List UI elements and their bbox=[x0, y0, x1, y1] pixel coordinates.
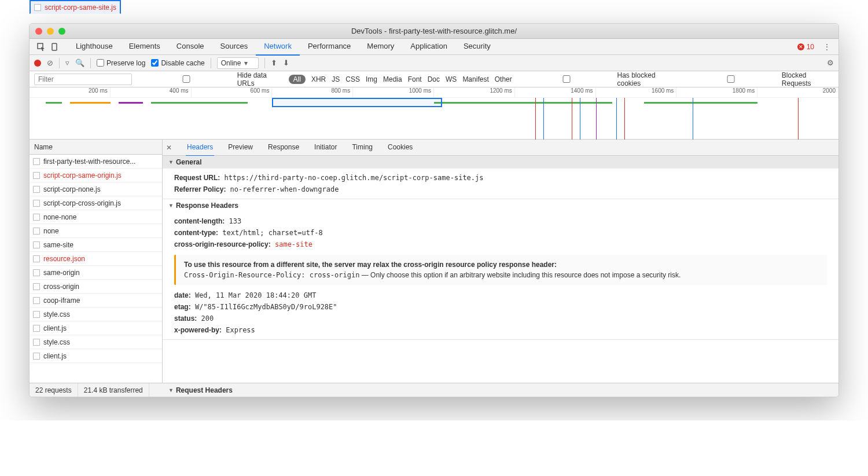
detail-tab-cookies[interactable]: Cookies bbox=[387, 140, 414, 156]
file-icon bbox=[33, 158, 40, 165]
tab-lighthouse[interactable]: Lighthouse bbox=[68, 38, 121, 56]
request-row[interactable]: style.css bbox=[30, 307, 162, 321]
request-name: script-corp-none.js bbox=[43, 185, 101, 193]
file-icon bbox=[33, 325, 40, 332]
request-name: first-party-test-with-resource... bbox=[43, 158, 135, 166]
disable-cache-checkbox[interactable]: Disable cache bbox=[151, 59, 204, 67]
file-icon bbox=[33, 214, 40, 221]
filter-input[interactable] bbox=[34, 74, 132, 85]
ruler-tick: 400 ms bbox=[111, 87, 192, 97]
request-row[interactable]: resource.json bbox=[30, 252, 162, 266]
download-icon[interactable]: ⬇ bbox=[283, 58, 289, 67]
error-icon: ✕ bbox=[797, 43, 804, 50]
filter-pill-doc[interactable]: Doc bbox=[428, 75, 440, 83]
request-row[interactable]: cross-origin bbox=[30, 280, 162, 294]
request-row[interactable]: same-origin bbox=[30, 266, 162, 280]
filter-pill-font[interactable]: Font bbox=[408, 75, 422, 83]
filter-pill-css[interactable]: CSS bbox=[345, 75, 360, 83]
inspect-icon[interactable] bbox=[34, 43, 48, 51]
request-row[interactable]: client.js bbox=[30, 349, 162, 363]
etag-row: etag: W/"85-I1lI6GczMydbABS0yD/9roL928E" bbox=[174, 301, 827, 313]
gear-icon[interactable]: ⚙ bbox=[827, 58, 834, 67]
request-name: script-corp-same-origin.js bbox=[43, 171, 122, 180]
filter-pill-img[interactable]: Img bbox=[366, 75, 377, 83]
main-tabbar: LighthouseElementsConsoleSourcesNetworkP… bbox=[30, 39, 838, 55]
detail-tab-headers[interactable]: Headers bbox=[186, 140, 214, 156]
tab-performance[interactable]: Performance bbox=[300, 38, 359, 56]
general-section-header[interactable]: ▼General bbox=[163, 156, 838, 169]
tab-console[interactable]: Console bbox=[168, 38, 212, 56]
request-row[interactable]: none-none bbox=[30, 210, 162, 224]
request-name: style.css bbox=[43, 310, 70, 318]
file-icon bbox=[33, 228, 40, 235]
detail-tab-preview[interactable]: Preview bbox=[227, 140, 254, 156]
hide-data-urls-checkbox[interactable]: Hide data URLs bbox=[138, 71, 283, 87]
request-row[interactable]: script-corp-none.js bbox=[30, 182, 162, 196]
detail-tab-initiator[interactable]: Initiator bbox=[313, 140, 338, 156]
filter-pill-xhr[interactable]: XHR bbox=[311, 75, 326, 83]
callout-body: Cross-Origin-Resource-Policy: cross-orig… bbox=[184, 271, 819, 279]
request-name: coop-iframe bbox=[43, 296, 80, 305]
request-list: Name first-party-test-with-resource...sc… bbox=[30, 140, 163, 383]
request-name: client.js bbox=[43, 324, 67, 332]
record-button[interactable] bbox=[34, 60, 41, 67]
close-detail-icon[interactable]: ✕ bbox=[166, 144, 175, 152]
request-row[interactable]: client.js bbox=[30, 321, 162, 335]
request-row[interactable]: script-corp-cross-origin.js bbox=[30, 196, 162, 210]
request-name: same-site bbox=[43, 241, 73, 249]
filter-pill-other[interactable]: Other bbox=[495, 75, 512, 83]
timeline-overview[interactable]: 200 ms400 ms600 ms800 ms1000 ms1200 ms14… bbox=[30, 87, 838, 140]
detail-tab-response[interactable]: Response bbox=[267, 140, 300, 156]
response-headers-section-header[interactable]: ▼Response Headers bbox=[163, 199, 838, 212]
content-type-row: content-type: text/html; charset=utf-8 bbox=[174, 227, 827, 239]
request-name: script-corp-cross-origin.js bbox=[43, 199, 121, 207]
file-icon bbox=[33, 311, 40, 318]
throttling-select[interactable]: Online bbox=[217, 57, 259, 69]
transferred-size: 21.4 kB transferred bbox=[78, 383, 149, 397]
file-icon bbox=[33, 172, 40, 179]
request-row[interactable]: coop-iframe bbox=[30, 294, 162, 307]
blocked-requests-checkbox[interactable]: Blocked Requests bbox=[682, 71, 834, 87]
request-name: style.css bbox=[43, 338, 70, 346]
upload-icon[interactable]: ⬆ bbox=[271, 58, 277, 67]
file-icon bbox=[33, 339, 40, 346]
date-row: date: Wed, 11 Mar 2020 18:44:20 GMT bbox=[174, 290, 827, 301]
corp-row: cross-origin-resource-policy: same-site bbox=[174, 239, 827, 250]
filter-pill-js[interactable]: JS bbox=[332, 75, 340, 83]
referrer-policy-row: Referrer Policy: no-referrer-when-downgr… bbox=[174, 184, 827, 195]
filter-pill-media[interactable]: Media bbox=[383, 75, 402, 83]
name-column-header[interactable]: Name bbox=[30, 140, 162, 155]
tab-sources[interactable]: Sources bbox=[212, 38, 256, 56]
tab-elements[interactable]: Elements bbox=[121, 38, 168, 56]
search-icon[interactable]: 🔍 bbox=[75, 58, 84, 67]
preserve-log-checkbox[interactable]: Preserve log bbox=[97, 59, 145, 67]
request-row[interactable]: same-site bbox=[30, 238, 162, 252]
tab-security[interactable]: Security bbox=[455, 38, 499, 56]
request-row[interactable]: style.css bbox=[30, 335, 162, 349]
has-blocked-cookies-checkbox[interactable]: Has blocked cookies bbox=[518, 71, 676, 87]
request-row[interactable]: script-corp-same-origin.js bbox=[30, 169, 162, 182]
kebab-icon[interactable]: ⋮ bbox=[820, 43, 834, 51]
detail-tab-timing[interactable]: Timing bbox=[351, 140, 374, 156]
device-icon[interactable] bbox=[48, 43, 62, 51]
ruler-tick: 1600 ms bbox=[596, 87, 677, 97]
tab-application[interactable]: Application bbox=[402, 38, 455, 56]
request-headers-section-header[interactable]: ▼Request Headers bbox=[163, 384, 838, 397]
filter-icon[interactable]: ▿ bbox=[65, 58, 69, 67]
tab-network[interactable]: Network bbox=[256, 38, 300, 56]
filter-pill-manifest[interactable]: Manifest bbox=[462, 75, 488, 83]
request-row[interactable]: first-party-test-with-resource... bbox=[30, 155, 162, 169]
file-icon bbox=[33, 200, 40, 207]
ruler-tick: 1400 ms bbox=[515, 87, 596, 97]
clear-icon[interactable]: ⊘ bbox=[47, 58, 53, 67]
filter-pill-all[interactable]: All bbox=[289, 75, 306, 84]
request-row[interactable]: none bbox=[30, 224, 162, 238]
tab-memory[interactable]: Memory bbox=[359, 38, 402, 56]
main-content: Name first-party-test-with-resource...sc… bbox=[30, 140, 838, 383]
request-detail: ✕ HeadersPreviewResponseInitiatorTimingC… bbox=[163, 140, 838, 383]
detail-tabs: ✕ HeadersPreviewResponseInitiatorTimingC… bbox=[163, 140, 838, 156]
error-badge[interactable]: ✕ 10 bbox=[797, 43, 814, 51]
filter-pill-ws[interactable]: WS bbox=[446, 75, 457, 83]
request-name: resource.json bbox=[43, 255, 85, 263]
file-icon bbox=[33, 186, 40, 193]
